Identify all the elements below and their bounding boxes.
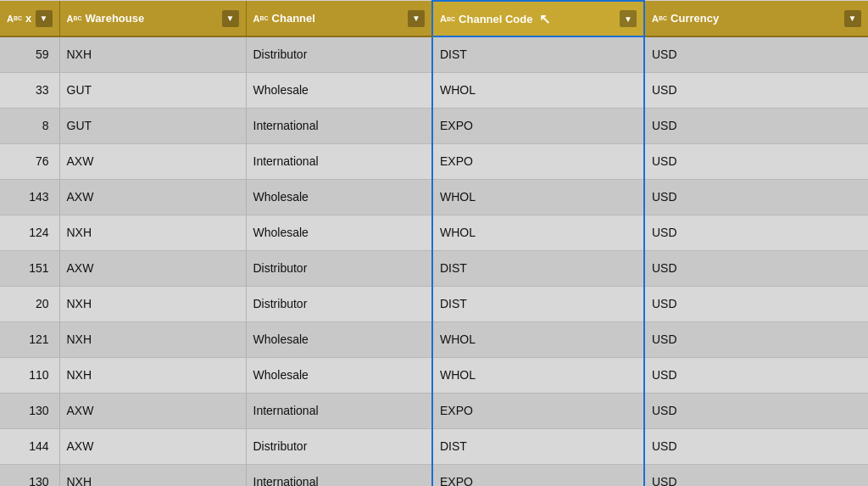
table-cell: 59 <box>0 36 59 72</box>
col-header-channelcode[interactable]: ABC Channel Code ↖ ▼ <box>432 1 644 36</box>
col-label-index: x <box>25 12 31 25</box>
table-cell: Distributor <box>246 36 432 72</box>
table-cell: Wholesale <box>246 321 432 357</box>
cursor-icon: ↖ <box>539 11 550 27</box>
sort-icon-channelcode[interactable]: ▼ <box>620 10 637 27</box>
sort-icon-index[interactable]: ▼ <box>36 10 53 27</box>
table-cell: 124 <box>0 215 59 250</box>
sort-icon-currency[interactable]: ▼ <box>844 10 861 27</box>
table-cell: USD <box>644 357 868 393</box>
table-cell: 121 <box>0 321 59 357</box>
col-header-index[interactable]: ABC x ▼ <box>0 1 59 36</box>
table-cell: Distributor <box>246 428 432 464</box>
table-cell: International <box>246 143 432 179</box>
table-cell: NXH <box>59 286 246 321</box>
sort-icon-warehouse[interactable]: ▼ <box>222 10 239 27</box>
table-row: 110NXHWholesaleWHOLUSD <box>0 357 868 393</box>
table-cell: USD <box>644 215 868 250</box>
table-row: 59NXHDistributorDISTUSD <box>0 36 868 72</box>
table-cell: USD <box>644 179 868 215</box>
col-header-currency[interactable]: ABC Currency ▼ <box>644 1 868 36</box>
table-cell: NXH <box>59 36 246 72</box>
abc-icon-index: ABC <box>7 14 22 24</box>
table-cell: EXPO <box>432 108 644 143</box>
table-cell: International <box>246 464 432 486</box>
table-cell: USD <box>644 286 868 321</box>
table-row: 124NXHWholesaleWHOLUSD <box>0 215 868 250</box>
table-cell: GUT <box>59 108 246 143</box>
col-label-channel: Channel <box>272 12 315 25</box>
table-cell: WHOL <box>432 215 644 250</box>
table-cell: 151 <box>0 250 59 286</box>
table-cell: 8 <box>0 108 59 143</box>
table-cell: Wholesale <box>246 72 432 108</box>
table-cell: International <box>246 393 432 428</box>
table-cell: Distributor <box>246 286 432 321</box>
table-cell: Wholesale <box>246 179 432 215</box>
table-cell: EXPO <box>432 464 644 486</box>
table-cell: USD <box>644 143 868 179</box>
table-cell: International <box>246 108 432 143</box>
abc-icon-channelcode: ABC <box>440 14 455 24</box>
table-cell: Distributor <box>246 250 432 286</box>
table-cell: AXW <box>59 250 246 286</box>
table-row: 121NXHWholesaleWHOLUSD <box>0 321 868 357</box>
table-cell: AXW <box>59 143 246 179</box>
table-cell: WHOL <box>432 357 644 393</box>
table-row: 130AXWInternationalEXPOUSD <box>0 393 868 428</box>
abc-icon-warehouse: ABC <box>67 14 82 24</box>
table-row: 8GUTInternationalEXPOUSD <box>0 108 868 143</box>
table-cell: NXH <box>59 464 246 486</box>
table-cell: DIST <box>432 250 644 286</box>
table-cell: USD <box>644 36 868 72</box>
table-cell: 76 <box>0 143 59 179</box>
table-cell: USD <box>644 321 868 357</box>
table-cell: Wholesale <box>246 215 432 250</box>
table-row: 144AXWDistributorDISTUSD <box>0 428 868 464</box>
table-cell: EXPO <box>432 393 644 428</box>
table-cell: USD <box>644 108 868 143</box>
col-header-channel[interactable]: ABC Channel ▼ <box>246 1 432 36</box>
table-cell: WHOL <box>432 72 644 108</box>
abc-icon-channel: ABC <box>253 14 269 24</box>
table-cell: 20 <box>0 286 59 321</box>
table-cell: USD <box>644 250 868 286</box>
table-cell: AXW <box>59 179 246 215</box>
table-cell: WHOL <box>432 179 644 215</box>
table-cell: 130 <box>0 464 59 486</box>
table-row: 76AXWInternationalEXPOUSD <box>0 143 868 179</box>
table-body: 59NXHDistributorDISTUSD33GUTWholesaleWHO… <box>0 36 868 486</box>
table-cell: 33 <box>0 72 59 108</box>
table-row: 151AXWDistributorDISTUSD <box>0 250 868 286</box>
table-header-row: ABC x ▼ ABC Warehouse ▼ <box>0 1 868 36</box>
table-cell: GUT <box>59 72 246 108</box>
sort-icon-channel[interactable]: ▼ <box>408 10 425 27</box>
table-cell: DIST <box>432 428 644 464</box>
table-cell: USD <box>644 428 868 464</box>
table-row: 143AXWWholesaleWHOLUSD <box>0 179 868 215</box>
table-cell: USD <box>644 464 868 486</box>
col-label-warehouse: Warehouse <box>86 12 145 25</box>
table-cell: 143 <box>0 179 59 215</box>
table-cell: DIST <box>432 286 644 321</box>
table-cell: USD <box>644 393 868 428</box>
table-cell: WHOL <box>432 321 644 357</box>
col-label-currency: Currency <box>670 12 719 25</box>
table-cell: USD <box>644 72 868 108</box>
table-cell: AXW <box>59 393 246 428</box>
table-cell: DIST <box>432 36 644 72</box>
col-header-warehouse[interactable]: ABC Warehouse ▼ <box>59 1 246 36</box>
table-cell: NXH <box>59 321 246 357</box>
table-row: 33GUTWholesaleWHOLUSD <box>0 72 868 108</box>
col-label-channelcode: Channel Code <box>459 13 532 25</box>
table-cell: 130 <box>0 393 59 428</box>
table-cell: AXW <box>59 428 246 464</box>
table-cell: NXH <box>59 215 246 250</box>
table-cell: NXH <box>59 357 246 393</box>
table-cell: 144 <box>0 428 59 464</box>
abc-icon-currency: ABC <box>652 14 667 24</box>
table-row: 20NXHDistributorDISTUSD <box>0 286 868 321</box>
table-cell: 110 <box>0 357 59 393</box>
table-row: 130NXHInternationalEXPOUSD <box>0 464 868 486</box>
table-cell: Wholesale <box>246 357 432 393</box>
